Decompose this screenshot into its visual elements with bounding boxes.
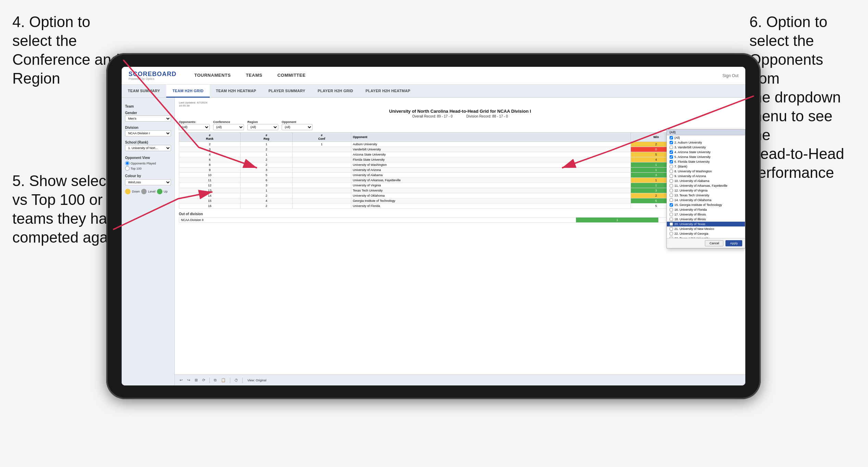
toolbar-clock[interactable]: ⏱ <box>233 378 240 383</box>
apply-button[interactable]: Apply <box>725 240 742 246</box>
nav-tournaments[interactable]: TOURNAMENTS <box>187 67 238 85</box>
toolbar-refresh[interactable]: ⟳ <box>201 377 207 383</box>
toolbar-redo[interactable]: ↪ <box>186 377 192 383</box>
dropdown-item[interactable]: 18. University of Illinois <box>667 217 745 222</box>
td-rank: 6 <box>179 157 241 162</box>
dropdown-item[interactable]: (All) <box>667 135 745 140</box>
dropdown-header: (All) <box>667 130 745 135</box>
dropdown-item[interactable]: 3. Vanderbilt University <box>667 145 745 150</box>
dropdown-item[interactable]: 17. University of Illinois <box>667 212 745 217</box>
subnav-player-h2h-grid[interactable]: PLAYER H2H GRID <box>311 85 359 98</box>
tablet-screen: SCOREBOARD Powered by Optics TOURNAMENTS… <box>122 67 745 385</box>
td-reg: 1 <box>240 142 292 147</box>
radio-opponents-played[interactable]: Opponents Played <box>125 161 171 165</box>
td-rank: 2 <box>179 142 241 147</box>
toolbar-sep-3 <box>242 378 243 383</box>
sidebar-gender-label: Gender <box>125 111 171 115</box>
dropdown-item[interactable]: 11. University of Arkansas, Fayetteville <box>667 183 745 188</box>
dropdown-item[interactable]: 16. University of Florida <box>667 207 745 212</box>
table-row: 12 3 University of Virginia 1 0 <box>179 183 741 188</box>
dropdown-item[interactable]: 5. Arizona State University <box>667 155 745 159</box>
dropdown-item[interactable]: 7. (blank) <box>667 164 745 169</box>
dropdown-item[interactable]: 6. Florida State University <box>667 159 745 164</box>
td-conf <box>292 193 351 198</box>
dropdown-list[interactable]: (All) 2. Auburn University 3. Vanderbilt… <box>667 135 745 238</box>
filter-region-select[interactable]: (All) <box>247 124 278 130</box>
report-records: Overall Record: 89 - 17 - 0 Division Rec… <box>179 114 741 118</box>
dropdown-item[interactable]: 21. University of New Mexico <box>667 226 745 231</box>
col-rank: #Rank <box>179 133 241 142</box>
filter-opponent-select[interactable]: (All) <box>282 124 313 130</box>
subnav-player-summary[interactable]: PLAYER SUMMARY <box>262 85 311 98</box>
cancel-button[interactable]: Cancel <box>705 240 723 246</box>
sidebar-division-select[interactable]: NCAA Division I <box>125 130 171 136</box>
toolbar-paste[interactable]: 📋 <box>220 377 227 383</box>
dropdown-item[interactable]: 9. University of Arizona <box>667 174 745 179</box>
table-row: 16 2 University of Florida 5 1 <box>179 204 741 209</box>
nav-signout[interactable]: Sign Out <box>722 73 738 78</box>
sidebar-school-select[interactable]: 1. University of Nort... <box>125 145 171 151</box>
col-opponent: Opponent <box>351 133 631 142</box>
filter-opponent: Opponent (All) <box>282 120 313 130</box>
td-reg: 5 <box>240 173 292 178</box>
filter-conference-select[interactable]: (All) <box>213 124 244 130</box>
table-row: 9 3 University of Arizona 1 0 <box>179 168 741 173</box>
td-opponent: Auburn University <box>351 142 631 147</box>
tablet: SCOREBOARD Powered by Optics TOURNAMENTS… <box>106 53 761 399</box>
toolbar-undo[interactable]: ↩ <box>178 377 184 383</box>
toolbar-copy[interactable]: ⧉ <box>212 377 218 383</box>
subnav-player-h2h-heatmap[interactable]: PLAYER H2H HEATMAP <box>359 85 417 98</box>
nav-committee[interactable]: COMMITTEE <box>270 67 313 85</box>
dropdown-item[interactable]: 20. University of Texas <box>667 222 745 226</box>
dropdown-item[interactable]: 13. Texas Tech University <box>667 193 745 198</box>
sidebar-colour-by-select[interactable]: Win/Loss <box>125 179 171 185</box>
filter-opponents-select[interactable]: (All) <box>179 124 210 130</box>
dropdown-item[interactable]: 12. University of Virginia <box>667 188 745 193</box>
annotation-top-right: 6. Option toselect theOpponents fromthe … <box>749 12 856 182</box>
col-conf: #Conf <box>292 133 351 142</box>
dropdown-item[interactable]: 10. University of Alabama <box>667 179 745 183</box>
out-of-division-table: NCAA Division II 1 0 <box>179 217 741 223</box>
table-row: 10 5 University of Alabama 3 0 <box>179 173 741 178</box>
filter-opponent-label: Opponent <box>282 120 313 124</box>
td-conf: 1 <box>292 142 351 147</box>
table-row: 6 2 Florida State University 4 2 <box>179 157 741 162</box>
td-reg: 2 <box>240 157 292 162</box>
sidebar-gender-select[interactable]: Men's <box>125 115 171 122</box>
col-reg: #Reg <box>240 133 292 142</box>
td-reg: 2 <box>240 204 292 209</box>
td-conf <box>292 157 351 162</box>
subnav-team-summary[interactable]: TEAM SUMMARY <box>122 85 166 98</box>
toolbar-sep-2 <box>230 378 230 383</box>
td-reg: 2 <box>240 162 292 168</box>
table-row: 14 2 University of Oklahoma 2 2 <box>179 193 741 198</box>
last-updated: Last Updated: 4/7/2024 16:55:38 <box>179 101 741 107</box>
dropdown-overlay[interactable]: (All) (All) 2. Auburn University 3. Vand… <box>667 129 745 248</box>
dropdown-item[interactable]: 22. University of Georgia <box>667 231 745 236</box>
td-reg: 1 <box>240 152 292 157</box>
dropdown-item[interactable]: 2. Auburn University <box>667 140 745 145</box>
dropdown-item[interactable]: 4. Arizona State University <box>667 150 745 155</box>
nav-teams[interactable]: TEAMS <box>238 67 270 85</box>
td-opponent: University of Washington <box>351 162 631 168</box>
navbar: SCOREBOARD Powered by Optics TOURNAMENTS… <box>122 67 745 85</box>
td-opponent: University of Arkansas, Fayetteville <box>351 178 631 183</box>
toolbar-home[interactable]: ⊞ <box>193 377 199 383</box>
legend-up-label: Up <box>164 190 168 193</box>
dropdown-item[interactable]: 14. University of Oklahoma <box>667 198 745 202</box>
legend-level-dot <box>141 189 147 194</box>
td-reg: 2 <box>240 147 292 152</box>
sidebar-school-label: School (Rank) <box>125 140 171 144</box>
dropdown-item[interactable]: 8. University of Washington <box>667 169 745 174</box>
td-opponent: University of Alabama <box>351 173 631 178</box>
overall-record: Overall Record: 89 - 17 - 0 <box>412 114 453 118</box>
dropdown-item[interactable]: 15. Georgia Institute of Technology <box>667 202 745 207</box>
td-reg: 1 <box>240 188 292 193</box>
subnav-team-h2h-grid[interactable]: TEAM H2H GRID <box>166 85 210 98</box>
filters-row: Opponents: (All) Conference (All) <box>179 120 741 130</box>
logo-sub: Powered by Optics <box>129 77 176 81</box>
bottom-toolbar: ↩ ↪ ⊞ ⟳ ⧉ 📋 ⏱ View: Original <box>175 374 745 385</box>
radio-top-100[interactable]: Top 100 <box>125 166 171 171</box>
subnav-team-h2h-heatmap[interactable]: TEAM H2H HEATMAP <box>210 85 262 98</box>
filter-conference: Conference (All) <box>213 120 244 130</box>
